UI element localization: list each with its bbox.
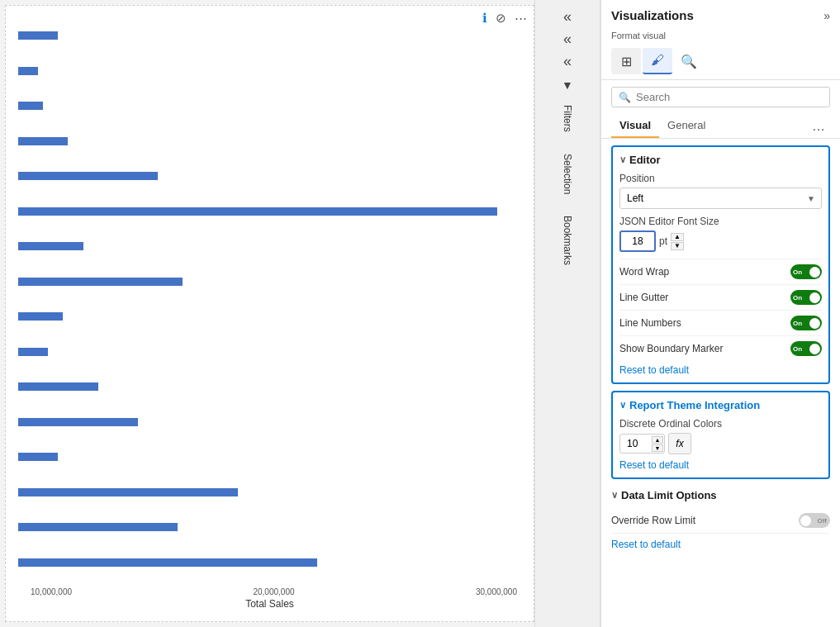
filters-tab[interactable]: Filters [562,105,573,132]
report-theme-reset-link[interactable]: Reset to default [619,459,822,471]
search-input[interactable] [636,91,823,103]
bar-row [18,135,517,147]
report-theme-section-header[interactable]: ∨ Report Theme Integration [619,399,822,411]
line-numbers-toggle[interactable]: On [790,316,822,330]
bar [18,348,48,356]
bar-row [18,521,517,533]
bar [18,137,68,145]
expand-panel-icon[interactable]: » [823,9,830,22]
bar-row [18,451,517,463]
bar-chart [6,6,534,621]
position-select[interactable]: Left [619,188,822,209]
bookmarks-tab[interactable]: Bookmarks [562,216,573,265]
editor-reset-link[interactable]: Reset to default [619,364,822,376]
bar-row [18,206,517,217]
format-grid-button[interactable]: ⊞ [611,48,641,74]
show-boundary-toggle[interactable]: On [790,341,822,356]
bar [18,523,178,531]
bar [18,207,497,216]
bar-row [18,240,517,252]
data-limit-reset-link[interactable]: Reset to default [611,539,830,550]
discrete-colors-label: Discrete Ordinal Colors [619,418,822,430]
line-numbers-label: Line Numbers [619,317,681,329]
font-size-unit: pt [659,235,667,247]
collapse-left-arrow2[interactable]: « [563,31,572,48]
bar-row [18,381,517,392]
bar-row [18,346,517,358]
tab-general[interactable]: General [659,114,714,138]
override-row-toggle[interactable]: Off [799,513,830,528]
report-theme-chevron-icon: ∨ [619,400,626,411]
chart-title: Total Sales [245,598,294,610]
line-gutter-toggle[interactable]: On [790,290,822,305]
collapse-left-arrow3[interactable]: « [563,53,572,70]
word-wrap-toggle[interactable]: On [790,264,822,279]
format-analytics-button[interactable]: 🔍 [674,48,704,74]
bar-row [18,65,517,77]
collapse-left-arrow[interactable]: « [563,8,572,26]
bar [18,31,58,40]
font-size-input[interactable] [619,230,656,252]
word-wrap-label: Word Wrap [619,266,669,278]
bar-row [18,276,517,287]
bar-row [18,416,517,428]
position-label: Position [619,173,822,184]
font-size-label: JSON Editor Font Size [619,216,822,227]
fx-button[interactable]: fx [668,433,691,454]
bar-row [18,487,517,498]
search-icon: 🔍 [619,92,631,103]
bar [18,172,158,180]
bar [18,453,58,461]
tab-visual[interactable]: Visual [611,114,659,138]
bar [18,418,138,426]
bar-row [18,100,517,112]
font-size-up-btn[interactable]: ▲ [671,233,684,241]
discrete-up-btn[interactable]: ▲ [652,436,663,444]
data-limit-chevron-icon: ∨ [611,490,618,501]
bar [18,488,238,496]
selection-tab[interactable]: Selection [562,154,573,194]
format-visual-label: Format visual [611,31,666,40]
down-arrow-icon[interactable]: ▼ [562,78,573,92]
bar [18,558,317,567]
visualizations-title: Visualizations [611,8,694,22]
font-size-down-btn[interactable]: ▼ [671,242,684,250]
editor-chevron-icon: ∨ [619,154,626,165]
bar [18,67,38,75]
bar-row [18,311,517,322]
bar [18,312,63,321]
x-label-2: 20,000,000 [253,587,294,596]
bar [18,102,43,110]
bar-row [18,30,517,41]
filter-icon[interactable]: ⊘ [496,11,506,26]
bar [18,278,183,286]
bar [18,382,98,391]
data-limit-section-header[interactable]: ∨ Data Limit Options [611,489,830,501]
bar [18,242,83,250]
tab-more[interactable]: … [807,116,830,137]
show-boundary-label: Show Boundary Marker [619,343,723,354]
bar-row [18,170,517,182]
info-icon: ℹ [482,11,487,26]
override-row-label: Override Row Limit [611,515,695,526]
format-paint-button[interactable]: 🖌 [643,48,672,74]
discrete-down-btn[interactable]: ▼ [652,444,663,452]
line-gutter-label: Line Gutter [619,292,668,303]
bar-row [18,557,517,568]
x-label-1: 10,000,000 [31,587,72,596]
more-options-icon[interactable]: ⋯ [515,11,527,26]
x-label-3: 30,000,000 [476,587,517,596]
editor-section-header[interactable]: ∨ Editor [619,154,822,166]
